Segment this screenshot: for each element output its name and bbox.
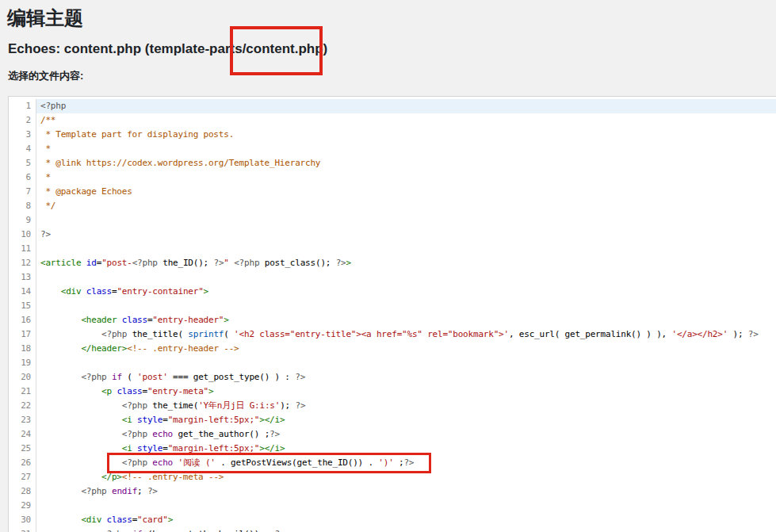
code-line[interactable]: 14 <div class="entry-container"> <box>9 285 776 299</box>
code-line[interactable]: 16 <header class="entry-header"> <box>9 313 776 327</box>
code-text: <?php if ( 'post' === get_post_type() ) … <box>36 370 776 385</box>
page-title: 编辑主题 <box>7 6 83 31</box>
line-number: 2 <box>9 113 36 128</box>
code-line[interactable]: 5 * @link https://codex.wordpress.org/Te… <box>9 156 776 170</box>
code-text <box>36 213 776 228</box>
line-number: 23 <box>9 413 36 427</box>
code-line[interactable]: 8 */ <box>9 199 776 213</box>
code-line[interactable]: 2/** <box>9 113 776 128</box>
code-text <box>36 499 776 513</box>
code-line[interactable]: 3 * Template part for displaying posts. <box>9 128 776 142</box>
code-line[interactable]: 30 <div class="card"> <box>9 513 776 527</box>
code-text: </header><!-- .entry-header --> <box>36 342 776 356</box>
line-number: 3 <box>9 128 36 142</box>
code-text: <?php echo get_the_author() ;?> <box>36 427 776 442</box>
line-number: 17 <box>9 327 36 342</box>
file-content-label: 选择的文件内容: <box>8 69 83 83</box>
code-line[interactable]: 18 </header><!-- .entry-header --> <box>9 342 776 356</box>
code-text: ?> <box>36 228 776 242</box>
line-number: 31 <box>9 527 36 532</box>
code-text: <i style="margin-left:5px;"></i> <box>36 413 776 427</box>
line-number: 15 <box>9 299 36 313</box>
code-text: <?php <box>36 99 776 113</box>
code-line[interactable]: 7 * @package Echoes <box>9 185 776 199</box>
code-text: <div class="entry-container"> <box>36 285 776 299</box>
code-line[interactable]: 4 * <box>9 142 776 156</box>
code-text: * <box>36 170 776 185</box>
line-number: 30 <box>9 513 36 527</box>
line-number: 4 <box>9 142 36 156</box>
line-number: 20 <box>9 370 36 385</box>
line-number: 1 <box>9 99 36 113</box>
line-number: 9 <box>9 213 36 228</box>
line-number: 26 <box>9 456 36 470</box>
code-line[interactable]: 6 * <box>9 170 776 185</box>
line-number: 13 <box>9 270 36 285</box>
code-line[interactable]: 12<article id="post-<?php the_ID(); ?>" … <box>9 256 776 270</box>
code-text: /** <box>36 113 776 128</box>
line-number: 8 <box>9 199 36 213</box>
annotation-box-code-line26 <box>107 453 431 473</box>
code-line[interactable]: 28 <?php endif; ?> <box>9 484 776 499</box>
code-line[interactable]: 24 <?php echo get_the_author() ;?> <box>9 427 776 442</box>
code-text <box>36 242 776 256</box>
code-text: <article id="post-<?php the_ID(); ?>" <?… <box>36 256 776 270</box>
code-line[interactable]: 22 <?php the_time('Y年n月j日 G:i:s'); ?> <box>9 399 776 413</box>
code-line[interactable]: 19 <box>9 356 776 370</box>
code-line[interactable]: 20 <?php if ( 'post' === get_post_type()… <box>9 370 776 385</box>
line-number: 11 <box>9 242 36 256</box>
line-number: 25 <box>9 442 36 456</box>
line-number: 19 <box>9 356 36 370</box>
code-text: <?php the_title( sprintf( '<h2 class="en… <box>36 327 776 342</box>
line-number: 10 <box>9 228 36 242</box>
line-number: 7 <box>9 185 36 199</box>
code-line[interactable]: 29 <box>9 499 776 513</box>
code-text: <header class="entry-header"> <box>36 313 776 327</box>
code-line[interactable]: 11 <box>9 242 776 256</box>
line-number: 6 <box>9 170 36 185</box>
code-line[interactable]: 15 <box>9 299 776 313</box>
code-line[interactable]: 31 <?php if (has_post_thumbnail()) : ?> <box>9 527 776 532</box>
line-number: 21 <box>9 385 36 399</box>
line-number: 28 <box>9 484 36 499</box>
code-text: <?php if (has_post_thumbnail()) : ?> <box>36 527 776 532</box>
code-line[interactable]: 9 <box>9 213 776 228</box>
line-number: 18 <box>9 342 36 356</box>
code-line[interactable]: 1<?php <box>9 99 776 113</box>
line-number: 5 <box>9 156 36 170</box>
code-text: <div class="card"> <box>36 513 776 527</box>
code-text: <?php endif; ?> <box>36 484 776 499</box>
annotation-box-filename <box>230 26 323 75</box>
code-line[interactable]: 23 <i style="margin-left:5px;"></i> <box>9 413 776 427</box>
code-text: <?php the_time('Y年n月j日 G:i:s'); ?> <box>36 399 776 413</box>
code-text <box>36 270 776 285</box>
line-number: 27 <box>9 470 36 484</box>
code-line[interactable]: 17 <?php the_title( sprintf( '<h2 class=… <box>9 327 776 342</box>
code-text: * @package Echoes <box>36 185 776 199</box>
code-line[interactable]: 13 <box>9 270 776 285</box>
code-text: */ <box>36 199 776 213</box>
code-text: * Template part for displaying posts. <box>36 128 776 142</box>
code-text <box>36 356 776 370</box>
line-number: 29 <box>9 499 36 513</box>
line-number: 24 <box>9 427 36 442</box>
code-text: * @link https://codex.wordpress.org/Temp… <box>36 156 776 170</box>
code-line[interactable]: 10?> <box>9 228 776 242</box>
line-number: 22 <box>9 399 36 413</box>
code-text: * <box>36 142 776 156</box>
code-line[interactable]: 21 <p class="entry-meta"> <box>9 385 776 399</box>
code-text: <p class="entry-meta"> <box>36 385 776 399</box>
code-text <box>36 299 776 313</box>
line-number: 16 <box>9 313 36 327</box>
line-number: 12 <box>9 256 36 270</box>
line-number: 14 <box>9 285 36 299</box>
